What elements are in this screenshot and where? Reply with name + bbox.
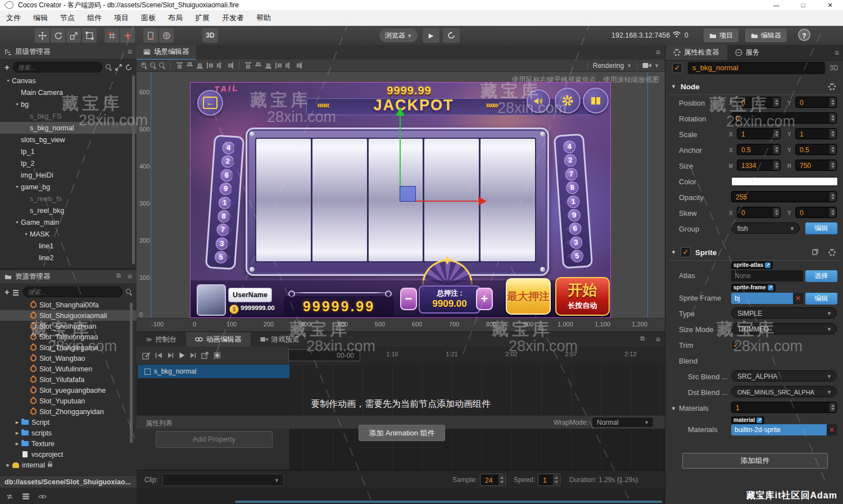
asset-Slot_Shanghai00fa[interactable]: Slot_Shanghai00fa <box>0 299 137 310</box>
material-field[interactable]: builtin-2d-sprite✕ <box>731 424 837 435</box>
hierarchy-node-Game_main[interactable]: ▼Game_main <box>0 216 137 228</box>
edit-anim-icon[interactable] <box>142 352 150 360</box>
bet-minus-button[interactable]: − <box>400 288 417 310</box>
stepper[interactable] <box>830 145 836 154</box>
distribute-left-icon[interactable] <box>275 62 282 69</box>
hierarchy-node-s_reel_bkg[interactable]: s_reel_bkg <box>0 205 137 216</box>
expand-arrow-icon[interactable]: ▼ <box>22 232 30 236</box>
payline-number-1[interactable]: 1 <box>218 196 231 208</box>
timeline-scrollbar[interactable] <box>235 501 662 503</box>
payline-number-7[interactable]: 7 <box>216 223 229 235</box>
sample-input[interactable]: 24 <box>480 474 506 486</box>
clear-frame-button[interactable]: ✕ <box>793 293 803 304</box>
rendering-select[interactable]: Rendering <box>593 62 624 70</box>
create-asset-button[interactable]: + <box>4 287 10 297</box>
menu-item-组件[interactable]: 组件 <box>81 13 108 23</box>
assets-scrollbar[interactable] <box>130 302 133 443</box>
back-button[interactable]: ← <box>197 90 223 116</box>
anim-play-button[interactable] <box>179 352 185 358</box>
align-h-center-icon[interactable] <box>216 62 224 69</box>
payline-number-8[interactable]: 8 <box>566 181 579 193</box>
payline-number-5[interactable]: 5 <box>570 249 583 262</box>
asset-vscproject[interactable]: vscproject <box>0 449 137 460</box>
position-x-input[interactable]: 0 <box>737 97 781 108</box>
sprite-frame-field[interactable]: bj✕ <box>731 293 803 304</box>
maximize-button[interactable]: □ <box>795 0 812 10</box>
opacity-input[interactable]: 255 <box>731 191 837 202</box>
asset-Slot_Yilufafafa[interactable]: Slot_Yilufafafa <box>0 374 137 385</box>
asset-internal[interactable]: ▶internal <box>0 460 137 470</box>
expand-arrow-icon[interactable]: ▶ <box>13 431 21 435</box>
move-tool-button[interactable] <box>35 28 49 43</box>
distribute-bottom-icon[interactable] <box>265 62 272 69</box>
hierarchy-node-Canvas[interactable]: ▼Canvas <box>0 75 137 87</box>
menu-item-布局[interactable]: 布局 <box>162 13 189 23</box>
anim-menu-icon[interactable]: ≡ <box>656 335 660 344</box>
scale-x-input[interactable]: 1 <box>737 128 781 139</box>
payline-number-5[interactable]: 5 <box>214 251 227 263</box>
anchor-y-input[interactable]: 0.5 <box>795 144 837 155</box>
sort-assets-icon[interactable] <box>13 289 20 295</box>
node-section-gear-icon[interactable] <box>828 83 836 90</box>
asset-scripts[interactable]: ▶scripts <box>0 428 137 438</box>
align-left-icon[interactable] <box>206 62 214 69</box>
tab-game-preview[interactable]: 游戏预览 <box>251 332 309 347</box>
sync-icon[interactable] <box>6 493 13 500</box>
payline-number-2[interactable]: 2 <box>564 154 577 166</box>
position-y-input[interactable]: 0 <box>795 97 837 108</box>
payline-number-7[interactable]: 7 <box>565 167 578 180</box>
stepper[interactable] <box>830 129 836 138</box>
stepper[interactable] <box>773 161 779 170</box>
hierarchy-refresh-icon[interactable] <box>125 64 132 71</box>
scale-y-input[interactable]: 1 <box>795 128 837 139</box>
preview-eye-icon[interactable] <box>38 494 47 500</box>
tab-scene-editor[interactable]: 场景编辑器 <box>137 45 196 60</box>
max-bet-button[interactable]: 最大押注 <box>506 278 551 315</box>
menu-item-帮助[interactable]: 帮助 <box>250 13 277 23</box>
node-active-checkbox[interactable]: ✓ <box>672 63 682 73</box>
align-top-icon[interactable] <box>176 62 183 69</box>
hierarchy-menu-icon[interactable]: ≡ <box>128 47 132 56</box>
payline-number-2[interactable]: 2 <box>221 155 234 167</box>
paytable-button[interactable] <box>583 88 609 113</box>
open-external-icon[interactable] <box>201 352 209 359</box>
dst-blend-select[interactable]: ONE_MINUS_SRC_ALPHA▼ <box>731 386 837 397</box>
add-key-button[interactable] <box>214 352 221 359</box>
hierarchy-node-s_bkg_FS[interactable]: s_bkg_FS <box>0 110 137 122</box>
current-time-display[interactable]: 00-00 <box>288 349 360 361</box>
expand-arrow-icon[interactable]: ▼ <box>13 220 21 224</box>
expand-arrow-icon[interactable]: ▼ <box>13 102 21 106</box>
add-animation-component-button[interactable]: 添加 Animation 组件 <box>359 425 445 441</box>
stepper[interactable] <box>773 145 779 154</box>
payline-number-9[interactable]: 9 <box>219 182 232 194</box>
menu-item-扩展[interactable]: 扩展 <box>189 13 216 23</box>
sprite-section-header[interactable]: ▼ ✓ Sprite <box>665 244 843 260</box>
clip-select[interactable]: ▼ <box>162 474 284 486</box>
open-link-icon[interactable]: ↗ <box>765 262 771 268</box>
hierarchy-node-game_bg[interactable]: ▼game_bg <box>0 181 137 193</box>
node-name-input[interactable]: s_bkg_normal <box>688 62 825 74</box>
gizmo-x-arrow-icon[interactable] <box>478 197 487 206</box>
gizmo-y-arrow-icon[interactable] <box>396 107 405 116</box>
track-s-bkg-normal[interactable]: s_bkg_normal <box>138 365 289 378</box>
hierarchy-node-MASK[interactable]: ▼MASK <box>0 228 137 240</box>
scale-tool-button[interactable] <box>66 28 81 43</box>
asset-Script[interactable]: ▶Script <box>0 417 137 428</box>
camera-caret-icon[interactable]: ▼ <box>654 63 659 69</box>
assets-panel-header[interactable]: 资源管理器 ⧉ ≡ <box>0 270 137 284</box>
payline-number-3[interactable]: 3 <box>569 236 582 248</box>
device-landscape-button[interactable] <box>159 28 174 43</box>
rect-tool-button[interactable] <box>82 28 97 43</box>
distribute-v-icon[interactable] <box>255 62 262 69</box>
asset-Slot_Wangbao[interactable]: Slot_Wangbao <box>0 353 137 364</box>
payline-number-3[interactable]: 3 <box>215 237 228 249</box>
size-w-input[interactable]: 1334 <box>737 160 781 171</box>
tab-services[interactable]: 服务 <box>727 45 768 60</box>
payline-number-6[interactable]: 6 <box>220 169 233 181</box>
play-button[interactable]: ▶ <box>423 28 439 43</box>
atlas-field[interactable]: None <box>731 270 803 281</box>
open-project-button[interactable]: 项目 <box>704 29 738 42</box>
asset-Slot_Zhongganyidan[interactable]: Slot_Zhongganyidan <box>0 406 137 417</box>
rendering-caret-icon[interactable]: ▼ <box>627 63 632 69</box>
player-avatar[interactable] <box>197 284 226 316</box>
